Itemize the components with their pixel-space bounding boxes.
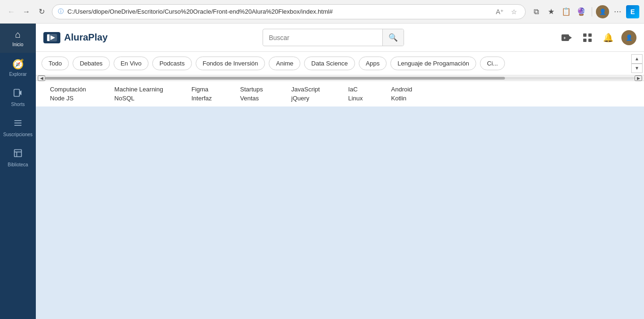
profile-avatar[interactable]: 👤 — [596, 5, 609, 18]
filter-tab-apps[interactable]: Apps — [359, 57, 387, 70]
category-item[interactable]: NoSQL — [115, 95, 163, 102]
svg-rect-15 — [583, 39, 586, 42]
category-group-group5: JavaScriptjQuery — [277, 86, 334, 102]
home-icon: ⌂ — [15, 29, 21, 40]
svg-rect-0 — [14, 90, 20, 97]
search-button[interactable]: 🔍 — [382, 29, 404, 46]
filter-tab-anime[interactable]: Anime — [269, 57, 300, 70]
category-item[interactable]: IaC — [348, 86, 363, 93]
sidebar-item-explorar[interactable]: 🧭 Explorar — [0, 53, 36, 82]
filter-tab-ci[interactable]: Ci... — [480, 57, 505, 70]
svg-rect-9 — [47, 34, 50, 41]
address-bar-actions: A⁺ ☆ — [494, 6, 520, 17]
logo-text: AluraPlay — [64, 32, 107, 43]
filter-tabs: TodoDebatesEn VivoPodcastsFondos de Inve… — [36, 52, 644, 75]
filter-tabs-wrapper: TodoDebatesEn VivoPodcastsFondos de Inve… — [36, 52, 644, 75]
copilot-btn[interactable]: 🔮 — [575, 5, 588, 18]
category-item[interactable]: Startups — [240, 86, 263, 93]
category-item[interactable]: jQuery — [291, 95, 320, 102]
scroll-right-arrow[interactable]: ▶ — [635, 75, 642, 81]
svg-rect-13 — [583, 33, 586, 37]
filter-tab-data-science[interactable]: Data Science — [304, 57, 355, 70]
filter-tab-podcasts[interactable]: Podcasts — [152, 57, 191, 70]
notifications-button[interactable]: 🔔 — [601, 30, 616, 45]
filter-tab-en-vivo[interactable]: En Vivo — [114, 57, 149, 70]
sidebar: ⌂ Inicio 🧭 Explorar Shorts — [0, 24, 36, 319]
category-item[interactable]: Android — [391, 86, 413, 93]
search-input[interactable] — [263, 30, 382, 45]
category-item[interactable]: Node JS — [50, 95, 86, 102]
header-actions: + 🔔 👤 — [559, 30, 636, 45]
scroll-down-arrow[interactable]: ▼ — [631, 64, 643, 73]
scroll-arrows: ▲ ▼ — [630, 52, 644, 75]
horizontal-scrollbar[interactable]: ◀ ▶ — [36, 75, 644, 81]
read-mode-btn[interactable]: A⁺ — [494, 6, 505, 17]
svg-marker-11 — [569, 36, 572, 40]
svg-rect-4 — [15, 150, 22, 157]
forward-button[interactable]: → — [20, 5, 33, 18]
apps-button[interactable] — [580, 30, 595, 45]
edge-icon: E — [626, 5, 639, 18]
filter-tab-debates[interactable]: Debates — [73, 57, 109, 70]
sidebar-item-biblioteca[interactable]: Biblioteca — [0, 143, 36, 173]
filter-tab-lenguaje[interactable]: Lenguaje de Progamación — [390, 57, 476, 70]
svg-text:+: + — [563, 36, 566, 41]
logo-icon — [43, 32, 60, 43]
filter-area: TodoDebatesEn VivoPodcastsFondos de Inve… — [36, 52, 644, 75]
sidebar-label-inicio: Inicio — [12, 42, 23, 47]
category-item[interactable]: Interfaz — [191, 95, 212, 102]
sidebar-item-shorts[interactable]: Shorts — [0, 82, 36, 113]
category-group-group6: IaCLinux — [334, 86, 377, 102]
content-area — [36, 106, 644, 319]
app-container: ⌂ Inicio 🧭 Explorar Shorts — [0, 24, 644, 319]
nav-buttons: ← → ↻ — [5, 5, 48, 18]
category-item[interactable]: Machine Learning — [115, 86, 163, 93]
separator — [592, 7, 592, 16]
category-group-group2: Machine LearningNoSQL — [100, 86, 177, 102]
filter-tab-fondos[interactable]: Fondos de Inversión — [196, 57, 265, 70]
sidebar-item-suscripciones[interactable]: Suscripciones — [0, 113, 36, 143]
scrollbar-thumb — [45, 77, 505, 80]
search-bar: 🔍 — [263, 29, 404, 46]
explore-icon: 🧭 — [12, 58, 24, 70]
sidebar-label-suscripciones: Suscripciones — [3, 132, 33, 137]
filter-tab-todo[interactable]: Todo — [41, 57, 69, 70]
browser-actions: ⧉ ★ 📋 🔮 👤 ⋯ E — [529, 5, 639, 18]
svg-rect-16 — [588, 39, 592, 42]
split-view-btn[interactable]: ⧉ — [529, 5, 543, 18]
favorites-bar-btn[interactable]: ★ — [545, 5, 558, 18]
category-item[interactable]: Computación — [50, 86, 86, 93]
collections-btn[interactable]: 📋 — [560, 5, 573, 18]
address-bar[interactable]: ⓘ C:/Users/dlope/OneDrive/Escritorio/Cur… — [52, 4, 526, 19]
more-btn[interactable]: ⋯ — [611, 5, 624, 18]
favorites-btn[interactable]: ☆ — [508, 6, 520, 17]
add-video-button[interactable]: + — [559, 30, 574, 45]
categories-row: ComputaciónNode JSMachine LearningNoSQLF… — [36, 81, 644, 106]
security-icon: ⓘ — [58, 8, 64, 16]
category-group-group1: ComputaciónNode JS — [36, 86, 100, 102]
back-button[interactable]: ← — [5, 5, 18, 18]
category-item[interactable]: Ventas — [240, 95, 263, 102]
subscriptions-icon — [13, 118, 23, 130]
sidebar-label-shorts: Shorts — [11, 102, 25, 107]
scrollbar-track — [45, 77, 635, 80]
sidebar-label-explorar: Explorar — [9, 72, 26, 77]
browser-chrome: ← → ↻ ⓘ C:/Users/dlope/OneDrive/Escritor… — [0, 0, 644, 24]
category-group-group3: FigmaInterfaz — [177, 86, 226, 102]
category-item[interactable]: JavaScript — [291, 86, 320, 93]
category-group-group7: AndroidKotlin — [377, 86, 427, 102]
main-content: AluraPlay 🔍 + — [36, 24, 644, 319]
logo: AluraPlay — [43, 32, 107, 43]
reload-button[interactable]: ↻ — [35, 5, 48, 18]
address-text: C:/Users/dlope/OneDrive/Escritorio/Curso… — [67, 8, 490, 15]
app-header: AluraPlay 🔍 + — [36, 24, 644, 52]
user-avatar[interactable]: 👤 — [621, 30, 636, 45]
scroll-up-arrow[interactable]: ▲ — [631, 54, 643, 64]
category-item[interactable]: Figma — [191, 86, 212, 93]
sidebar-label-biblioteca: Biblioteca — [8, 162, 28, 167]
category-item[interactable]: Kotlin — [391, 95, 413, 102]
category-item[interactable]: Linux — [348, 95, 363, 102]
sidebar-item-inicio[interactable]: ⌂ Inicio — [0, 24, 36, 53]
scroll-left-arrow[interactable]: ◀ — [38, 75, 45, 81]
shorts-icon — [13, 88, 23, 100]
